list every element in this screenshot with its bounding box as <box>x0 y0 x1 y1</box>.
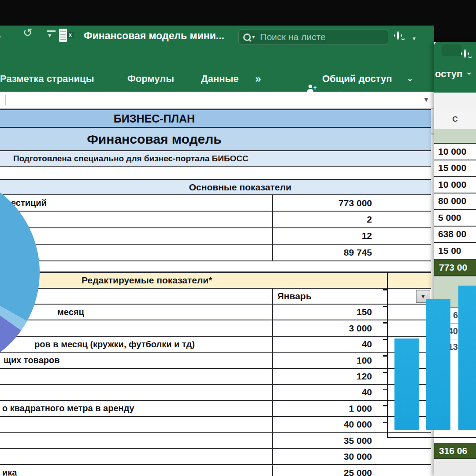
document-title: Финансовая модель мини... <box>84 30 224 42</box>
row-value[interactable]: 30 000 <box>272 449 430 464</box>
edit-row-4[interactable]: 120 <box>0 369 431 385</box>
y-axis-tick-7 <box>383 405 388 406</box>
edit-row-7[interactable]: 40 000 <box>0 417 431 433</box>
toolbar-button-remnant[interactable] <box>442 45 461 56</box>
right-row-5[interactable]: 638 00 <box>434 227 476 243</box>
edit-row-6[interactable]: о квадратного метра в аренду1 000 <box>0 401 431 417</box>
row-value[interactable]: 35 000 <box>272 433 430 448</box>
share-chevron-icon[interactable]: ⌄ <box>407 74 413 83</box>
row-section-edit[interactable]: Редактируемые показатели* <box>0 272 431 289</box>
right-window-toolbar: оступ ⌄ <box>434 42 476 93</box>
y-axis-tick-1 <box>383 306 388 307</box>
row-gap[interactable] <box>0 261 431 272</box>
edit-row-2[interactable]: ров в месяц (кружки, футболки и тд)40 <box>0 337 431 353</box>
row-value[interactable]: 773 000 <box>272 195 430 211</box>
formula-bar-divider <box>5 95 6 105</box>
quick-access-dropdown-arrow-icon[interactable]: ▾ <box>48 32 52 38</box>
row-label: ров в месяц (кружки, футболки и тд) <box>34 337 195 352</box>
tab-data[interactable]: Данные <box>201 73 239 85</box>
bar-1[interactable] <box>426 299 450 430</box>
chevron-down-icon[interactable]: ▾ <box>0 33 1 40</box>
kpi-row-0[interactable]: естиций773 000 <box>0 195 431 212</box>
search-placeholder: Поиск на листе <box>260 32 326 42</box>
title-toolbar: ▾ ↺ ▾ X Финансовая модель мини... ▾ Поис… <box>0 26 434 66</box>
feedback-smiley-icon[interactable] <box>464 49 466 58</box>
right-row-0[interactable]: 10 000 <box>434 144 476 160</box>
row-label: о квадратного метра в аренду <box>2 401 134 416</box>
undo-icon[interactable]: ↺ <box>23 27 33 38</box>
row-label: ика <box>2 465 17 476</box>
kpi-row-3[interactable]: 89 745 <box>0 245 431 261</box>
row-note[interactable]: Подготовлена специально для бизнес-порта… <box>0 151 431 167</box>
column-letter: C <box>452 115 457 124</box>
excel-main-window: ▾ ↺ ▾ X Финансовая модель мини... ▾ Поис… <box>0 26 434 476</box>
selection-band[interactable] <box>434 129 476 144</box>
right-row-4[interactable]: 5 000 <box>434 210 476 227</box>
ribbon-tabs: Разметка страницы Формулы Данные » + Общ… <box>0 66 434 92</box>
month-value: Январь <box>277 291 312 301</box>
search-input[interactable]: ▾ Поиск на листе <box>238 29 388 45</box>
right-row-3[interactable]: 80 000 <box>434 193 476 210</box>
share-button-fragment[interactable]: оступ <box>435 68 462 80</box>
tabs-overflow-icon[interactable]: » <box>255 73 260 85</box>
row-label: щих товаров <box>4 353 60 368</box>
row-value[interactable]: 12 <box>272 228 430 244</box>
right-row-2[interactable]: 10 000 <box>434 177 476 193</box>
bar-2[interactable] <box>458 286 476 430</box>
share-button[interactable]: Общий доступ <box>322 73 392 85</box>
row-business-plan-title[interactable]: БИЗНЕС-ПЛАН <box>0 109 431 128</box>
edit-row-5[interactable]: 40 <box>0 385 431 401</box>
edit-row-0[interactable]: месяц150 <box>0 305 431 320</box>
y-axis-tick-4 <box>383 355 388 357</box>
month-cell[interactable]: Январь <box>272 289 430 304</box>
tab-formulas[interactable]: Формулы <box>127 73 174 85</box>
bar-0[interactable] <box>394 338 419 430</box>
edit-row-1[interactable]: 3 000 <box>0 320 431 336</box>
row-month-selector[interactable]: Январь ▼ <box>0 289 431 305</box>
edit-row-8[interactable]: 35 000 <box>0 433 431 449</box>
row-empty[interactable] <box>0 167 431 180</box>
business-plan-title: БИЗНЕС-ПЛАН <box>114 112 195 125</box>
total-investment-value: 773 00 <box>439 262 467 273</box>
edit-row-3[interactable]: щих товаров100 <box>0 353 431 368</box>
y-axis-tick-2 <box>383 322 388 324</box>
kpi-row-2[interactable]: 12 <box>0 228 431 245</box>
y-axis-tick-3 <box>383 339 388 340</box>
row-value[interactable]: 2 <box>272 212 430 227</box>
tab-page-layout[interactable]: Разметка страницы <box>0 73 94 85</box>
search-scope-chevron-icon[interactable]: ▾ <box>252 34 255 40</box>
row-value[interactable]: 25 000 <box>272 465 430 476</box>
kpi-row-1[interactable]: 2 <box>0 212 431 228</box>
desktop-background: ▾ ↺ ▾ X Финансовая модель мини... ▾ Поис… <box>0 0 476 476</box>
formula-bar[interactable] <box>0 92 434 109</box>
row-value[interactable]: 150 <box>272 305 430 320</box>
financial-model-title: Финансовая модель <box>87 132 222 147</box>
bar-chart-x-axis <box>387 437 476 438</box>
share-user-plus-icon: + <box>307 85 315 92</box>
total-revenue-value: 316 06 <box>439 446 467 456</box>
row-label: месяц <box>57 305 84 320</box>
y-axis-tick-0 <box>383 289 388 290</box>
feedback-smiley-icon[interactable] <box>397 31 399 40</box>
section-main-title: Основные показатели <box>189 182 292 193</box>
row-label: естиций <box>11 195 47 211</box>
right-column-header[interactable]: C <box>434 110 476 130</box>
right-window-footer <box>434 459 476 476</box>
share-chevron-icon[interactable]: ⌄ <box>466 67 472 77</box>
namebox-dropdown-icon[interactable]: ▼ <box>423 96 429 103</box>
section-edit-title: Редактируемые показатели* <box>82 273 212 288</box>
note-text: Подготовлена специально для бизнес-порта… <box>13 151 249 166</box>
edit-row-10[interactable]: ика25 000 <box>0 465 431 476</box>
row-value[interactable]: 3 000 <box>272 320 430 335</box>
right-row-6[interactable]: 15 00 <box>434 243 476 260</box>
feedback-dropdown-icon[interactable]: ▾ <box>413 35 416 41</box>
total-revenue-row[interactable]: 316 06 <box>434 443 476 459</box>
total-investment-row[interactable]: 773 00 <box>434 260 476 277</box>
row-section-main[interactable]: Основные показатели <box>0 180 431 195</box>
right-window-ribbon-area <box>434 93 476 111</box>
row-financial-model-title[interactable]: Финансовая модель <box>0 128 431 151</box>
edit-row-9[interactable]: 30 000 <box>0 449 431 465</box>
row-value[interactable]: 89 745 <box>272 245 430 260</box>
right-row-1[interactable]: 15 000 <box>434 160 476 177</box>
y-axis-tick-8 <box>383 422 388 423</box>
